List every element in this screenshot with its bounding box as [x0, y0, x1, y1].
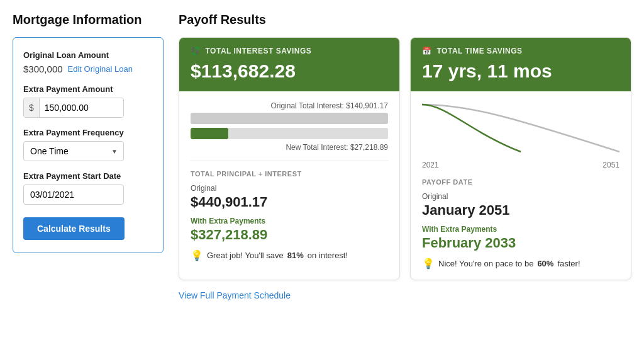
loan-amount-row: $300,000 Edit Original Loan	[23, 64, 153, 74]
interest-header: 💱 TOTAL INTEREST SAVINGS $113,682.28	[179, 38, 399, 91]
frequency-group: Extra Payment Frequency One Time Monthly…	[23, 128, 153, 161]
view-schedule-link[interactable]: View Full Payment Schedule	[179, 290, 631, 300]
new-bar-track	[191, 128, 388, 139]
principal-section-title: TOTAL PRINCIPAL + INTEREST	[191, 170, 388, 178]
time-tip-before: Nice! You're on pace to be	[438, 259, 533, 268]
with-extra-pi-value: $327,218.89	[191, 227, 388, 243]
bulb-icon-1: 💡	[191, 249, 203, 261]
new-bar-fill	[191, 128, 228, 139]
chart-year-end: 2051	[602, 161, 619, 169]
payoff-section-title: PAYOFF DATE	[422, 178, 619, 186]
interest-savings-card: 💱 TOTAL INTEREST SAVINGS $113,682.28 Ori…	[179, 37, 400, 280]
original-loan-group: Original Loan Amount $300,000 Edit Origi…	[23, 50, 153, 74]
interest-icon: 💱	[191, 47, 201, 55]
right-panel-title: Payoff Results	[179, 13, 631, 27]
with-extra-date-label: With Extra Payments	[422, 225, 619, 234]
interest-savings-value: $113,682.28	[191, 60, 388, 81]
extra-payment-label: Extra Payment Amount	[23, 84, 153, 94]
time-tip-after: faster!	[557, 259, 580, 268]
frequency-select-wrapper: One Time Monthly Yearly	[23, 141, 124, 161]
original-pi-value: $440,901.17	[191, 194, 388, 210]
form-card: Original Loan Amount $300,000 Edit Origi…	[13, 37, 164, 253]
time-savings-value: 17 yrs, 11 mos	[422, 60, 619, 81]
with-extra-pi-label: With Extra Payments	[191, 217, 388, 225]
extra-payment-group: Extra Payment Amount $	[23, 84, 153, 118]
time-icon: 📅	[422, 47, 432, 55]
interest-tip-before: Great job! You'll save	[207, 251, 284, 260]
time-tip-bold: 60%	[537, 259, 553, 268]
chart-year-start: 2021	[422, 161, 439, 169]
with-extra-date-value: February 2033	[422, 235, 619, 251]
time-header-label: TOTAL TIME SAVINGS	[437, 47, 523, 55]
results-grid: 💱 TOTAL INTEREST SAVINGS $113,682.28 Ori…	[179, 37, 631, 280]
payoff-chart	[422, 101, 619, 158]
calculate-button[interactable]: Calculate Results	[23, 217, 125, 240]
frequency-label: Extra Payment Frequency	[23, 128, 153, 137]
extra-payment-input-wrapper: $	[23, 98, 124, 118]
interest-bar-section: Original Total Interest: $140,901.17 New…	[191, 101, 388, 152]
interest-card-body: Original Total Interest: $140,901.17 New…	[179, 91, 399, 271]
bulb-icon-2: 💡	[422, 258, 435, 270]
left-panel: Mortgage Information Original Loan Amoun…	[13, 13, 164, 300]
chart-labels: 2021 2051	[422, 161, 619, 169]
new-bar-row	[191, 128, 388, 139]
original-loan-label: Original Loan Amount	[23, 50, 153, 60]
new-interest-label: New Total Interest: $27,218.89	[191, 143, 388, 152]
interest-tip-after: on interest!	[308, 251, 348, 260]
dollar-prefix: $	[24, 98, 40, 117]
right-panel: Payoff Results 💱 TOTAL INTEREST SAVINGS …	[179, 13, 631, 300]
edit-loan-link[interactable]: Edit Original Loan	[68, 64, 133, 74]
original-bar-fill	[191, 113, 388, 124]
original-pi-label: Original	[191, 184, 388, 193]
main-layout: Mortgage Information Original Loan Amoun…	[13, 13, 631, 300]
start-date-group: Extra Payment Start Date	[23, 171, 153, 205]
interest-header-row: 💱 TOTAL INTEREST SAVINGS	[191, 47, 388, 55]
original-bar-row	[191, 113, 388, 124]
start-date-input[interactable]	[23, 185, 124, 205]
original-date-label: Original	[422, 192, 619, 201]
extra-payment-input[interactable]	[40, 98, 123, 117]
start-date-label: Extra Payment Start Date	[23, 171, 153, 181]
original-bar-track	[191, 113, 388, 124]
original-date-value: January 2051	[422, 202, 619, 219]
interest-header-label: TOTAL INTEREST SAVINGS	[206, 47, 312, 55]
left-panel-title: Mortgage Information	[13, 13, 164, 27]
divider-1	[191, 161, 388, 161]
loan-amount-value: $300,000	[23, 64, 63, 74]
time-tip-row: 💡 Nice! You're on pace to be 60% faster!	[422, 258, 619, 270]
time-header: 📅 TOTAL TIME SAVINGS 17 yrs, 11 mos	[411, 38, 631, 91]
frequency-select[interactable]: One Time Monthly Yearly	[23, 141, 124, 161]
interest-tip-bold: 81%	[287, 251, 304, 260]
time-card-body: 2021 2051 PAYOFF DATE Original January 2…	[411, 91, 631, 280]
interest-tip-row: 💡 Great job! You'll save 81% on interest…	[191, 249, 388, 261]
original-interest-label: Original Total Interest: $140,901.17	[191, 101, 388, 110]
payoff-chart-svg	[422, 101, 619, 158]
time-header-row: 📅 TOTAL TIME SAVINGS	[422, 47, 619, 55]
time-savings-card: 📅 TOTAL TIME SAVINGS 17 yrs, 11 mos	[410, 37, 631, 280]
